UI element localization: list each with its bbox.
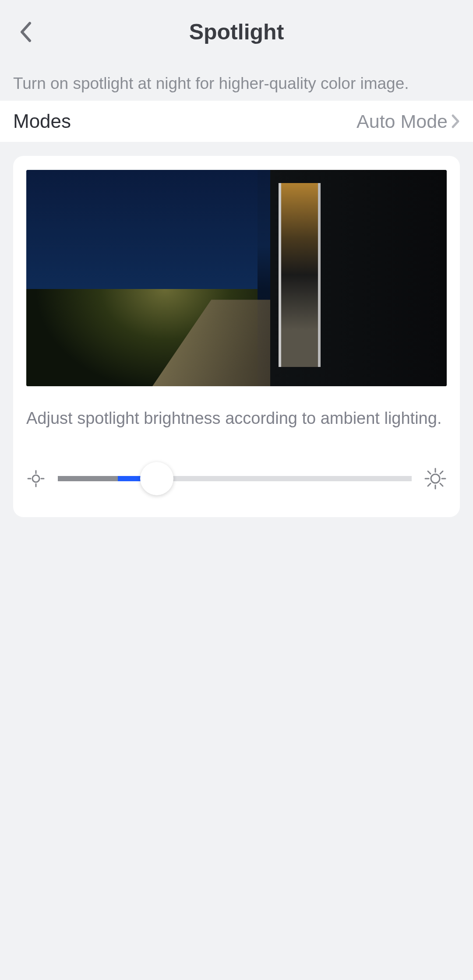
modes-row[interactable]: Modes Auto Mode bbox=[0, 101, 473, 142]
svg-point-5 bbox=[431, 474, 440, 483]
svg-line-10 bbox=[428, 471, 431, 474]
svg-line-11 bbox=[440, 483, 443, 486]
modes-value-wrap: Auto Mode bbox=[357, 111, 460, 132]
slider-track-dark bbox=[58, 476, 118, 481]
brightness-slider[interactable] bbox=[58, 466, 412, 491]
slider-thumb[interactable] bbox=[140, 462, 173, 495]
svg-point-0 bbox=[32, 475, 39, 482]
svg-line-13 bbox=[428, 483, 431, 486]
svg-line-12 bbox=[440, 471, 443, 474]
page-title: Spotlight bbox=[189, 19, 284, 45]
brightness-slider-row bbox=[26, 466, 447, 491]
brightness-low-icon bbox=[26, 469, 46, 488]
header: Spotlight bbox=[0, 0, 473, 64]
page-subtitle: Turn on spotlight at night for higher-qu… bbox=[0, 64, 473, 101]
chevron-right-icon bbox=[451, 114, 460, 129]
brightness-description: Adjust spotlight brightness according to… bbox=[26, 407, 447, 430]
back-button[interactable] bbox=[13, 19, 39, 45]
camera-preview-image bbox=[26, 170, 447, 386]
brightness-high-icon bbox=[424, 467, 447, 490]
modes-value: Auto Mode bbox=[357, 111, 448, 132]
brightness-card: Adjust spotlight brightness according to… bbox=[13, 156, 460, 517]
modes-label: Modes bbox=[13, 110, 71, 132]
chevron-left-icon bbox=[19, 21, 33, 42]
